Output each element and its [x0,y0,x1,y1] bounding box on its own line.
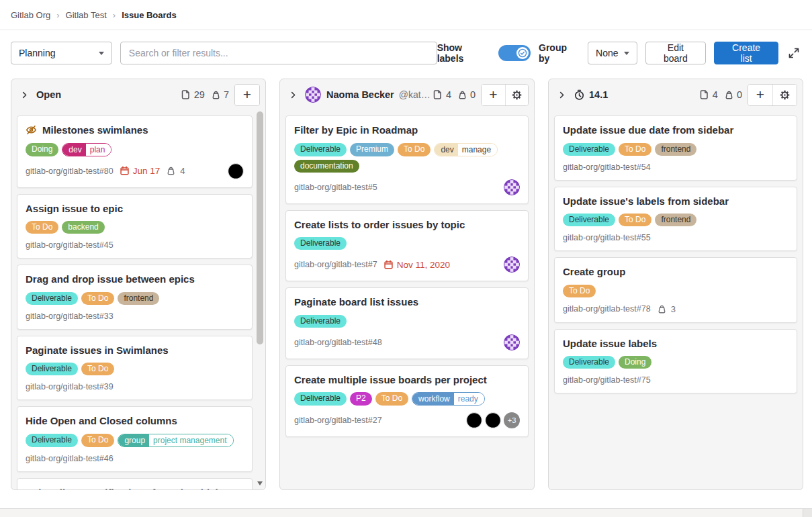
label-pill[interactable]: To Do [81,292,114,305]
add-issue-button[interactable]: + [235,85,259,105]
issue-title[interactable]: Update issue labels [563,337,657,350]
list-header-buttons: + [748,84,797,106]
issue-title[interactable]: Paginate issues in Swimlanes [26,344,169,357]
scoped-label-key: dev [435,144,457,156]
calendar-icon [384,260,394,270]
label-pill[interactable]: To Do [375,392,408,406]
issue-card[interactable]: Create lists to order issues by topicDel… [285,210,529,282]
label-pill[interactable]: To Do [398,143,431,156]
label-pill[interactable]: Deliverable [294,315,347,328]
issue-card[interactable]: Assign issue to epicTo Dobackendgitlab-o… [17,194,253,259]
issue-title[interactable]: Subscribe to notifications from the side… [26,486,231,490]
label-pill[interactable]: To Do [563,285,596,297]
horizontal-scrollbar[interactable] [0,508,812,517]
issue-card[interactable]: Paginate issues in SwimlanesDeliverableT… [17,336,253,401]
issue-title[interactable]: Drag and drop issue between epics [26,273,195,286]
scrollbar-corner [803,509,812,517]
issue-card-title-row: Update issue's labels from sidebar [563,195,788,208]
scoped-label-value: ready [454,393,484,405]
issue-card[interactable]: Update issue's labels from sidebarDelive… [554,187,797,252]
label-pill[interactable]: Deliverable [26,292,78,305]
breadcrumb-project-link[interactable]: Gitlab Test [66,10,107,20]
issue-card-title-row: Hide Open and Closed columns [26,414,244,428]
issue-title[interactable]: Paginate board list issues [294,295,418,309]
group-by-dropdown[interactable]: None [588,42,637,64]
create-list-button[interactable]: Create list [714,42,778,64]
issue-title[interactable]: Create lists to order issues by topic [294,218,465,232]
label-pill[interactable]: backend [62,221,104,234]
scoped-label[interactable]: dev manage [434,143,498,156]
add-issue-button[interactable]: + [748,85,772,105]
label-pill[interactable]: Deliverable [26,434,78,447]
label-pill[interactable]: documentation [294,160,359,173]
label-pill[interactable]: frontend [655,143,696,156]
label-pill[interactable]: Deliverable [294,237,347,250]
issue-card[interactable]: Drag and drop issue between epicsDeliver… [17,265,253,330]
issue-card[interactable]: Paginate board list issuesDeliverablegit… [285,287,529,359]
collapse-list-button[interactable] [288,90,298,100]
issue-title[interactable]: Create multiple issue boards per project [294,373,487,387]
issue-card[interactable]: Subscribe to notifications from the side… [17,478,253,490]
label-pill[interactable]: P2 [350,392,372,406]
label-pill[interactable]: To Do [81,434,114,447]
list-settings-button[interactable] [772,85,797,105]
issue-card[interactable]: Create groupTo Dogitlab-org/gitlab-test#… [554,257,797,323]
gear-icon [511,89,523,101]
issue-title[interactable]: Hide Open and Closed columns [26,414,177,428]
issue-reference: gitlab-org/gitlab-test#5 [294,183,377,192]
issue-card[interactable]: Update issue due date from sidebarDelive… [554,115,797,181]
board: Open 29 7 +Milestones swimlanesDoing dev… [0,64,812,490]
label-pill[interactable]: Deliverable [294,392,347,406]
list-settings-button[interactable] [505,85,529,105]
label-pill[interactable]: Doing [619,356,651,369]
label-pill[interactable]: Deliverable [563,214,615,226]
more-assignees-badge[interactable]: +3 [504,412,520,428]
weight-icon [457,90,467,100]
show-labels-toggle[interactable] [498,45,531,61]
issue-title[interactable]: Create group [563,265,625,279]
card-footer: gitlab-org/gitlab-test#75 [563,375,788,385]
scrollbar-thumb[interactable] [257,111,263,344]
chevron-right-icon [288,90,298,100]
plus-icon: + [243,87,251,101]
fullscreen-icon[interactable] [786,46,801,60]
issue-card[interactable]: Hide Open and Closed columnsDeliverableT… [17,406,253,472]
label-row: DeliverableTo Dofrontend [563,143,788,156]
label-pill[interactable]: Doing [26,143,58,156]
avatar [504,256,520,273]
label-pill[interactable]: To Do [81,363,114,375]
label-pill[interactable]: Deliverable [26,363,78,375]
add-issue-button[interactable]: + [482,85,504,105]
label-pill[interactable]: frontend [118,292,159,305]
collapse-list-button[interactable] [19,90,30,100]
issue-title[interactable]: Milestones swimlanes [42,124,148,137]
scrollbar-down-arrow[interactable] [257,481,263,485]
scoped-label[interactable]: workflow ready [412,392,485,406]
scoped-label[interactable]: dev plan [62,143,111,156]
issues-count-icon [181,89,191,100]
issue-title[interactable]: Assign issue to epic [26,202,123,216]
issue-card[interactable]: Create multiple issue boards per project… [285,365,529,438]
collapse-list-button[interactable] [557,90,567,100]
label-pill[interactable]: Deliverable [563,143,615,156]
label-pill[interactable]: To Do [26,221,58,234]
scoped-label[interactable]: group project management [118,434,233,447]
label-pill[interactable]: Deliverable [563,356,615,369]
board-switcher-dropdown[interactable]: Planning [11,42,112,64]
issue-card[interactable]: Update issue labelsDeliverableDoinggitla… [554,329,797,394]
issue-title[interactable]: Filter by Epic in Roadmap [294,124,418,137]
issue-card[interactable]: Milestones swimlanesDoing dev plangitlab… [17,115,253,188]
label-pill[interactable]: To Do [619,143,651,156]
breadcrumb-group-link[interactable]: Gitlab Org [11,10,50,20]
vertical-scrollbar[interactable] [256,111,264,487]
search-input[interactable] [120,42,437,64]
issue-title[interactable]: Update issue due date from sidebar [563,124,733,137]
issue-title[interactable]: Update issue's labels from sidebar [563,195,729,208]
label-pill[interactable]: frontend [655,214,696,226]
assignee-avatars [504,334,520,350]
issue-card[interactable]: Filter by Epic in RoadmapDeliverablePrem… [285,115,529,204]
edit-board-button[interactable]: Edit board [645,42,707,64]
label-pill[interactable]: Premium [350,143,394,156]
label-pill[interactable]: Deliverable [294,143,347,156]
label-pill[interactable]: To Do [619,214,651,226]
